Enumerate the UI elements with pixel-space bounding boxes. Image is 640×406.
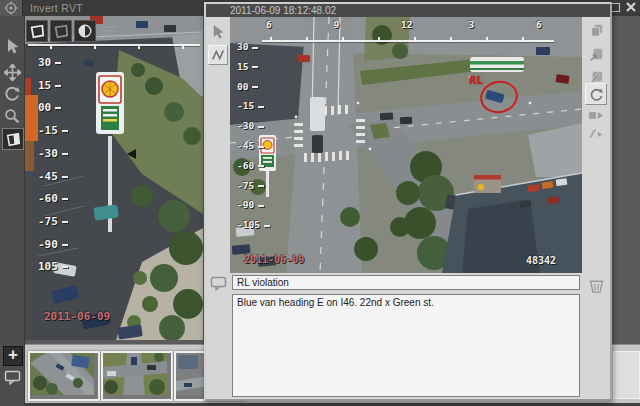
ruler-tick <box>50 44 52 49</box>
close-button[interactable] <box>624 1 638 13</box>
scale-label: 00 <box>38 101 61 114</box>
scale-label: -15 <box>38 124 68 137</box>
ruler-tick <box>486 37 488 42</box>
polyline-tool[interactable] <box>208 45 228 65</box>
scale-label: 30 <box>237 41 258 52</box>
contrast-tool[interactable] <box>74 20 96 42</box>
ruler-tick <box>306 37 308 42</box>
ruler-label: 6 <box>536 19 542 30</box>
scale-label: -45 <box>38 170 68 183</box>
frame-icon[interactable] <box>4 370 21 389</box>
import-icon[interactable] <box>587 45 605 63</box>
dialog-select-tool[interactable] <box>209 23 227 41</box>
scale-label: -75 <box>237 180 264 191</box>
scale-label: -60 <box>38 192 68 205</box>
scale-label: -30 <box>237 120 264 131</box>
frame-icon[interactable] <box>209 275 227 291</box>
scale-label: 105 <box>38 260 68 273</box>
copy-icon[interactable] <box>587 21 605 39</box>
window-controls <box>608 1 638 13</box>
viewer-date-overlay: 2011-06-09 <box>44 310 110 323</box>
scale-label: -105 <box>237 219 270 230</box>
ruler-tick <box>378 37 380 42</box>
annotation-dialog: 2011-06-09 18:12:48.02 <box>204 2 612 401</box>
ruler-tick <box>138 44 140 49</box>
scale-label: -60 <box>237 160 264 171</box>
scale-label: -45 <box>237 140 264 151</box>
frame-counter-overlay: 48342 <box>526 255 556 266</box>
ruler-tick <box>414 37 416 42</box>
filmstrip-empty-slot <box>613 351 640 399</box>
invert-tool-selected[interactable] <box>2 128 24 150</box>
app-window: + <box>0 0 640 406</box>
main-viewer[interactable]: 301500-15-30-45-60-75-90105 2011-06-09 <box>24 16 203 340</box>
scale-label: -15 <box>237 100 264 111</box>
event-title-input[interactable] <box>232 275 580 290</box>
scale-label: 00 <box>237 81 258 92</box>
dialog-viewer[interactable]: 691236 301500-15-30-45-60-75-90-105 2011… <box>230 17 582 273</box>
dialog-titlebar[interactable]: 2011-06-09 18:12:48.02 <box>206 4 610 17</box>
scale-label: -90 <box>237 199 264 210</box>
ruler-tick <box>94 44 96 49</box>
move-tool[interactable] <box>2 62 22 82</box>
shape-toolbar <box>26 20 118 42</box>
select-tool[interactable] <box>2 36 22 56</box>
quad-outline-dim-tool[interactable] <box>50 20 72 42</box>
viewer-ruler-line <box>28 44 200 46</box>
ruler-tick <box>182 44 184 49</box>
ruler-tick <box>342 37 344 42</box>
filmstrip-thumbnail[interactable] <box>101 351 173 401</box>
ruler-tick <box>522 37 524 42</box>
ruler-tick <box>270 37 272 42</box>
rotate-tool[interactable] <box>2 84 22 104</box>
quad-outline-tool[interactable] <box>26 20 48 42</box>
refresh-button[interactable] <box>585 83 607 105</box>
scale-label: 15 <box>38 79 61 92</box>
scale-label: 15 <box>237 61 258 72</box>
play-clip-icon[interactable] <box>587 107 605 123</box>
filmstrip-thumbnail[interactable] <box>28 351 100 401</box>
dialog-title: 2011-06-09 18:12:48.02 <box>230 5 336 16</box>
event-description-textarea[interactable]: Blue van heading E on I46. 22nd x Green … <box>232 294 580 397</box>
scale-label: -30 <box>38 147 68 160</box>
dialog-left-toolbar <box>206 17 230 399</box>
ruler-tick <box>450 37 452 42</box>
scale-label: 30 <box>38 56 61 69</box>
app-logo-icon <box>0 0 23 16</box>
ruler-label: 6 <box>266 19 272 30</box>
scale-label: -90 <box>38 238 68 251</box>
scale-label: -75 <box>38 215 68 228</box>
window-title: Invert RVT <box>30 2 83 14</box>
ruler-label: 9 <box>334 19 340 30</box>
ruler-label: 3 <box>469 19 475 30</box>
add-frame-button[interactable]: + <box>3 346 23 366</box>
annotation-label: RL <box>469 75 483 86</box>
trash-icon[interactable] <box>586 277 606 295</box>
dialog-date-overlay: 2011-06-09 <box>244 254 304 265</box>
dialog-right-toolbar <box>582 17 610 399</box>
zoom-tool[interactable] <box>2 106 22 126</box>
ruler-label: 12 <box>401 19 412 30</box>
layer-lines-icon[interactable] <box>98 21 118 41</box>
play-path-icon[interactable] <box>587 125 605 141</box>
